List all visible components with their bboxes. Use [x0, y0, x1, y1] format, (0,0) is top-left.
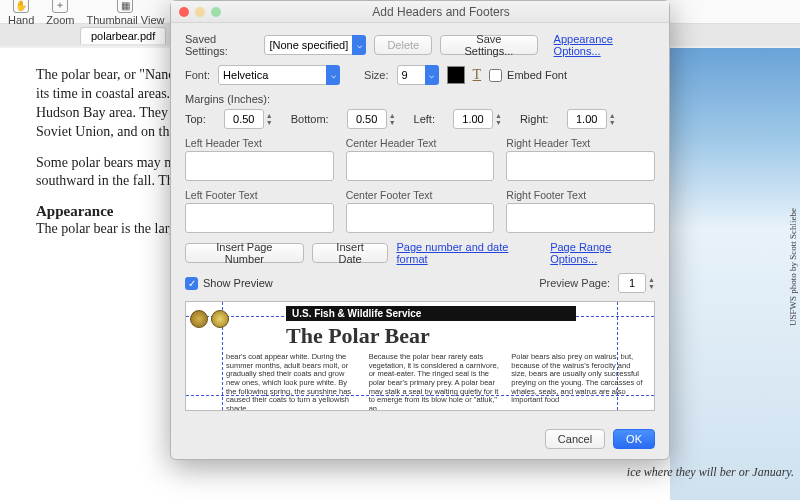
- delete-button: Delete: [374, 35, 432, 55]
- checkmark-icon: ✓: [185, 277, 198, 290]
- ok-button[interactable]: OK: [613, 429, 655, 449]
- insert-date-button[interactable]: Insert Date: [312, 243, 389, 263]
- insert-page-number-button[interactable]: Insert Page Number: [185, 243, 304, 263]
- tool-thumbnails[interactable]: ▦Thumbnail View: [86, 0, 164, 26]
- preview-banner: U.S. Fish & Wildlife Service: [286, 306, 576, 321]
- zoom-icon: [211, 7, 221, 17]
- embed-font-checkbox[interactable]: Embed Font: [489, 69, 567, 82]
- preview-column: Polar bears also prey on walrus, but, be…: [511, 353, 644, 411]
- preview-column: bear's coat appear white. During the sum…: [226, 353, 359, 411]
- headers-footers-dialog: Add Headers and Footers Saved Settings: …: [170, 0, 670, 460]
- margins-label: Margins (Inches):: [185, 93, 655, 105]
- right-header-label: Right Header Text: [506, 137, 655, 149]
- preview-page-stepper[interactable]: ▲▼: [618, 273, 655, 293]
- polar-bear-photo: [670, 48, 800, 500]
- font-select[interactable]: [218, 65, 328, 85]
- page-range-options-link[interactable]: Page Range Options...: [550, 241, 655, 265]
- chevron-down-icon: ▼: [266, 119, 273, 126]
- center-footer-label: Center Footer Text: [346, 189, 495, 201]
- underline-icon[interactable]: T: [473, 67, 482, 83]
- minimize-icon: [195, 7, 205, 17]
- right-footer-field[interactable]: [506, 203, 655, 233]
- page-number-format-link[interactable]: Page number and date format: [396, 241, 534, 265]
- center-footer-field[interactable]: [346, 203, 495, 233]
- left-header-field[interactable]: [185, 151, 334, 181]
- zoom-icon: ＋: [52, 0, 68, 13]
- saved-settings-select[interactable]: [264, 35, 354, 55]
- chevron-down-icon[interactable]: ⌵: [326, 65, 340, 85]
- font-label: Font:: [185, 69, 210, 81]
- appearance-options-link[interactable]: Appearance Options...: [554, 33, 655, 57]
- preview-column: Because the polar bear rarely eats veget…: [369, 353, 502, 411]
- center-header-field[interactable]: [346, 151, 495, 181]
- left-header-label: Left Header Text: [185, 137, 334, 149]
- dialog-titlebar: Add Headers and Footers: [171, 1, 669, 23]
- save-settings-button[interactable]: Save Settings...: [440, 35, 537, 55]
- preview-page-label: Preview Page:: [539, 277, 610, 289]
- traffic-lights: [179, 7, 221, 17]
- left-footer-field[interactable]: [185, 203, 334, 233]
- color-swatch[interactable]: [447, 66, 465, 84]
- agency-seal-icon: [190, 310, 229, 328]
- center-header-label: Center Header Text: [346, 137, 495, 149]
- saved-settings-label: Saved Settings:: [185, 33, 256, 57]
- hand-icon: ✋: [13, 0, 29, 13]
- size-field[interactable]: [397, 65, 427, 85]
- size-label: Size:: [364, 69, 388, 81]
- tab-document[interactable]: polarbear.pdf: [80, 27, 166, 44]
- left-footer-label: Left Footer Text: [185, 189, 334, 201]
- margin-left-stepper[interactable]: ▲▼: [453, 109, 502, 129]
- margin-bottom-stepper[interactable]: ▲▼: [347, 109, 396, 129]
- dialog-title: Add Headers and Footers: [221, 5, 661, 19]
- preview-pane: U.S. Fish & Wildlife Service The Polar B…: [185, 301, 655, 411]
- margin-top-stepper[interactable]: ▲▼: [224, 109, 273, 129]
- photo-credit: USFWS photo by Scott Schliebe: [788, 208, 798, 326]
- margin-right-stepper[interactable]: ▲▼: [567, 109, 616, 129]
- margin-left-label: Left:: [414, 113, 435, 125]
- cancel-button[interactable]: Cancel: [545, 429, 605, 449]
- margin-bottom-label: Bottom:: [291, 113, 329, 125]
- margin-right-label: Right:: [520, 113, 549, 125]
- right-header-field[interactable]: [506, 151, 655, 181]
- margin-top-label: Top:: [185, 113, 206, 125]
- show-preview-checkbox[interactable]: ✓Show Preview: [185, 277, 273, 290]
- right-footer-label: Right Footer Text: [506, 189, 655, 201]
- tool-hand[interactable]: ✋Hand: [8, 0, 34, 26]
- thumbnail-icon: ▦: [117, 0, 133, 13]
- close-icon[interactable]: [179, 7, 189, 17]
- preview-title: The Polar Bear: [286, 323, 644, 349]
- chevron-down-icon[interactable]: ⌵: [425, 65, 439, 85]
- chevron-up-icon: ▲: [266, 112, 273, 119]
- chevron-down-icon[interactable]: ⌵: [352, 35, 366, 55]
- tool-zoom[interactable]: ＋Zoom: [46, 0, 74, 26]
- image-caption: ice where they will ber or January.: [627, 465, 794, 480]
